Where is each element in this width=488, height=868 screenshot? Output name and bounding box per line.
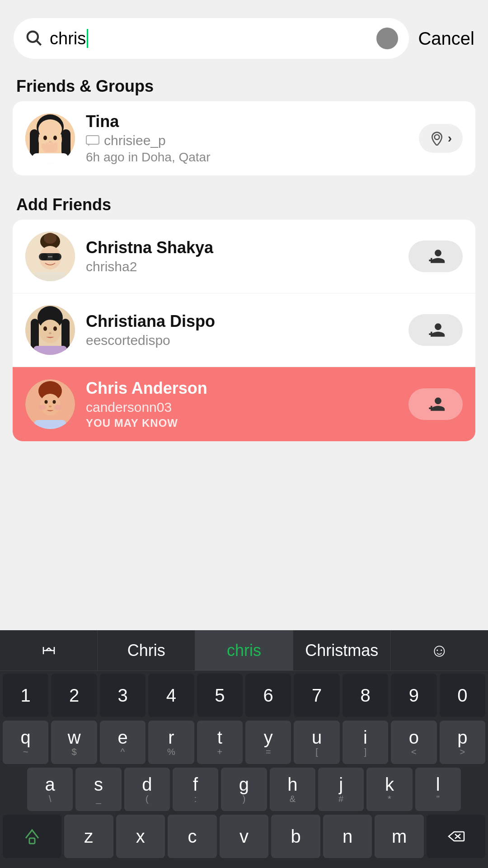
- avatar-svg-tina: [25, 113, 75, 163]
- key-x[interactable]: x: [116, 815, 165, 858]
- key-4[interactable]: 4: [148, 674, 194, 717]
- key-g[interactable]: g): [221, 768, 267, 811]
- add-friend-name-christiana: Christiana Dispo: [86, 312, 398, 331]
- key-r[interactable]: r%: [148, 721, 194, 764]
- svg-point-37: [49, 332, 52, 334]
- svg-rect-18: [86, 136, 99, 144]
- avatar-chris: [25, 379, 75, 429]
- key-7[interactable]: 7: [294, 674, 339, 717]
- key-w[interactable]: w$: [51, 721, 97, 764]
- svg-rect-32: [31, 319, 39, 350]
- key-c[interactable]: c: [168, 815, 217, 858]
- svg-point-20: [434, 135, 439, 140]
- svg-rect-53: [29, 838, 35, 844]
- search-input-display[interactable]: chris: [50, 29, 369, 48]
- key-l[interactable]: l": [415, 768, 461, 811]
- add-person-icon: [426, 246, 446, 266]
- svg-line-1: [37, 41, 41, 45]
- key-t[interactable]: t+: [197, 721, 243, 764]
- add-friend-button-christna[interactable]: [408, 241, 463, 272]
- svg-point-41: [40, 394, 60, 415]
- add-friend-info-chris: Chris Anderson candersonn03 YOU MAY KNOW: [86, 379, 398, 429]
- autocomplete-chris-cap[interactable]: Chris: [98, 630, 195, 670]
- autocomplete-cursor-btn[interactable]: [0, 630, 98, 670]
- key-m[interactable]: m: [375, 815, 424, 858]
- key-b[interactable]: b: [271, 815, 320, 858]
- key-f[interactable]: f:: [173, 768, 218, 811]
- key-j[interactable]: j#: [318, 768, 364, 811]
- you-may-know-badge: YOU MAY KNOW: [86, 417, 398, 429]
- key-8[interactable]: 8: [343, 674, 388, 717]
- svg-rect-29: [34, 272, 66, 281]
- add-friend-username-christiana: eescortedispo: [86, 333, 398, 348]
- svg-point-27: [52, 253, 60, 260]
- key-q[interactable]: q~: [3, 721, 48, 764]
- autocomplete-chris-lower[interactable]: chris: [195, 630, 293, 670]
- emoji-button[interactable]: ☺: [391, 630, 488, 670]
- key-p[interactable]: p>: [440, 721, 485, 764]
- backspace-key[interactable]: [427, 815, 485, 858]
- text-cursor-icon: [40, 642, 58, 660]
- key-3[interactable]: 3: [100, 674, 145, 717]
- svg-point-36: [53, 326, 57, 331]
- key-2[interactable]: 2: [51, 674, 97, 717]
- friend-item-tina[interactable]: Tina chrisiee_p 6h ago in Doha, Qatar ›: [13, 101, 475, 175]
- zxcv-row: z x c v b n m: [0, 812, 488, 859]
- key-o[interactable]: o<: [391, 721, 436, 764]
- svg-rect-47: [34, 420, 66, 429]
- friend-info-tina: Tina chrisiee_p 6h ago in Doha, Qatar: [86, 112, 408, 165]
- location-btn-chevron: ›: [448, 131, 452, 146]
- search-query-text: chris: [50, 29, 86, 48]
- key-a[interactable]: a\: [27, 768, 73, 811]
- key-h[interactable]: h&: [270, 768, 315, 811]
- shift-icon: [22, 826, 42, 846]
- key-z[interactable]: z: [64, 815, 113, 858]
- emoji-icon: ☺: [430, 640, 449, 660]
- key-9[interactable]: 9: [391, 674, 436, 717]
- svg-point-42: [45, 400, 48, 404]
- add-friend-button-chris[interactable]: [408, 388, 463, 420]
- key-6[interactable]: 6: [245, 674, 291, 717]
- location-pin-icon: [430, 131, 444, 146]
- backspace-icon: [446, 826, 466, 846]
- svg-point-9: [43, 136, 47, 140]
- search-bar: chris: [14, 18, 409, 59]
- avatar-christna: [25, 231, 75, 281]
- add-friend-button-christiana[interactable]: [408, 314, 463, 346]
- key-v[interactable]: v: [220, 815, 269, 858]
- svg-point-0: [28, 32, 38, 42]
- cancel-button[interactable]: Cancel: [418, 28, 474, 49]
- key-s[interactable]: s_: [75, 768, 121, 811]
- key-5[interactable]: 5: [197, 674, 243, 717]
- key-0[interactable]: 0: [440, 674, 485, 717]
- key-u[interactable]: u[: [294, 721, 339, 764]
- key-i[interactable]: i]: [343, 721, 388, 764]
- keyboard: Chris chris Christmas ☺ 1 2 3 4 5 6 7 8 …: [0, 630, 488, 868]
- add-friend-item-christna[interactable]: Christna Shakya chrisha2: [13, 220, 475, 293]
- key-1[interactable]: 1: [3, 674, 48, 717]
- autocomplete-christmas[interactable]: Christmas: [293, 630, 391, 670]
- key-k[interactable]: k*: [366, 768, 412, 811]
- add-friend-item-christiana[interactable]: Christiana Dispo eescortedispo: [13, 293, 475, 367]
- key-y[interactable]: y=: [245, 721, 291, 764]
- add-friends-header: Add Friends: [0, 186, 488, 220]
- key-n[interactable]: n: [323, 815, 372, 858]
- friend-username-tina: chrisiee_p: [104, 133, 166, 148]
- add-friend-item-chris[interactable]: Chris Anderson candersonn03 YOU MAY KNOW: [13, 367, 475, 441]
- svg-rect-38: [33, 346, 67, 355]
- clear-button[interactable]: [376, 28, 398, 49]
- svg-rect-7: [61, 129, 70, 156]
- location-button-tina[interactable]: ›: [419, 124, 463, 153]
- text-cursor: [87, 29, 88, 48]
- add-friend-username-christna: chrisha2: [86, 259, 398, 274]
- autocomplete-label-2: chris: [227, 641, 261, 660]
- add-friend-name-chris: Chris Anderson: [86, 379, 398, 398]
- key-e[interactable]: e^: [100, 721, 145, 764]
- friend-name-tina: Tina: [86, 112, 408, 131]
- key-d[interactable]: d(: [124, 768, 170, 811]
- svg-rect-16: [54, 142, 57, 148]
- shift-key[interactable]: [3, 815, 61, 858]
- svg-point-35: [43, 326, 47, 331]
- friends-list: Tina chrisiee_p 6h ago in Doha, Qatar ›: [13, 101, 475, 175]
- add-friends-list: Christna Shakya chrisha2: [13, 220, 475, 441]
